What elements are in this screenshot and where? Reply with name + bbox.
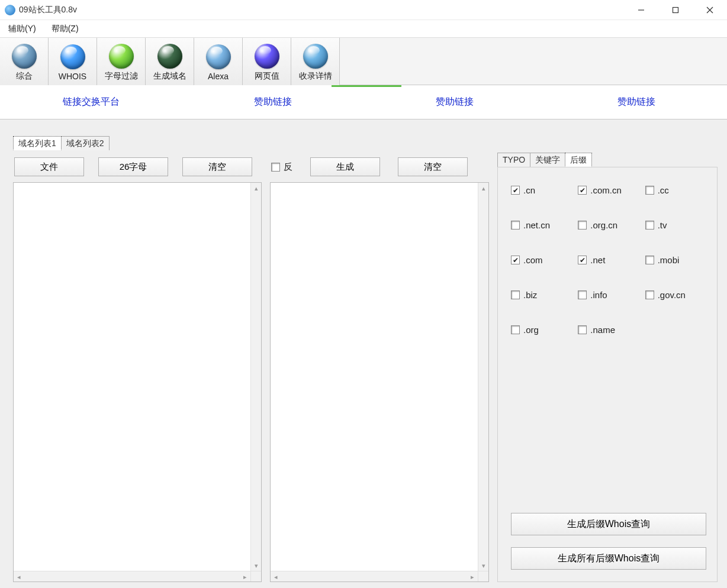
reverse-checkbox[interactable]: 反 bbox=[271, 161, 292, 173]
suffix-label: .org.cn bbox=[590, 220, 617, 230]
generate-button[interactable]: 生成 bbox=[310, 157, 380, 176]
suffix-govcn[interactable]: .gov.cn bbox=[645, 290, 706, 300]
suffix-mobi[interactable]: .mobi bbox=[645, 255, 706, 265]
suffix-label: .org bbox=[523, 325, 539, 335]
filter-icon bbox=[109, 44, 134, 69]
right-tabstrip: TYPO 关键字 后缀 bbox=[497, 153, 718, 167]
scroll-right-icon[interactable]: ▸ bbox=[467, 571, 478, 582]
scrollbar-vertical[interactable]: ▴ ▾ bbox=[478, 183, 488, 571]
minimize-button[interactable] bbox=[624, 0, 658, 20]
tab-typo[interactable]: TYPO bbox=[497, 153, 530, 167]
scrollbar-horizontal[interactable]: ◂ ▸ bbox=[271, 571, 478, 581]
middle-column: 反 生成 清空 ▴ ▾ ◂ ▸ bbox=[270, 136, 489, 582]
tool-gen-domain[interactable]: 生成域名 bbox=[146, 38, 194, 85]
checkbox-icon bbox=[511, 221, 520, 230]
menubar: 辅助(Y) 帮助(Z) bbox=[0, 20, 727, 38]
suffix-cn[interactable]: ✔.cn bbox=[511, 185, 572, 195]
tool-pagevalue[interactable]: 网页值 bbox=[243, 38, 291, 85]
scrollbar-horizontal[interactable]: ◂ ▸ bbox=[14, 571, 250, 581]
toolbar: 综合 WHOIS 字母过滤 生成域名 Alexa 网页值 收录详情 bbox=[0, 38, 727, 85]
tool-whois[interactable]: WHOIS bbox=[49, 38, 97, 85]
linkbar: 链接交换平台 赞助链接 赞助链接 赞助链接 bbox=[0, 85, 727, 119]
checkbox-icon bbox=[578, 290, 587, 299]
domain-list-left[interactable]: ▴ ▾ ◂ ▸ bbox=[13, 182, 262, 582]
clear-mid-button[interactable]: 清空 bbox=[398, 157, 468, 176]
suffix-label: .net bbox=[590, 255, 605, 265]
scroll-corner bbox=[478, 571, 488, 581]
file-button[interactable]: 文件 bbox=[14, 157, 84, 176]
tab-keyword[interactable]: 关键字 bbox=[530, 153, 565, 167]
scroll-left-icon[interactable]: ◂ bbox=[14, 571, 24, 582]
suffix-label: .com bbox=[523, 255, 543, 265]
tab-domain-list-2[interactable]: 域名列表2 bbox=[61, 136, 110, 150]
link-sponsor-1[interactable]: 赞助链接 bbox=[254, 96, 292, 108]
menu-assist[interactable]: 辅助(Y) bbox=[6, 21, 38, 37]
checkbox-icon bbox=[578, 221, 587, 230]
suffix-label: .net.cn bbox=[523, 220, 550, 230]
app-icon bbox=[5, 5, 15, 15]
reverse-label: 反 bbox=[284, 161, 292, 173]
suffix-panel: ✔.cn ✔.com.cn .cc .net.cn .org.cn .tv ✔.… bbox=[497, 167, 718, 582]
suffix-tv[interactable]: .tv bbox=[645, 220, 706, 230]
suffix-cc[interactable]: .cc bbox=[645, 185, 706, 195]
link-sponsor-3[interactable]: 赞助链接 bbox=[617, 96, 655, 108]
whois-icon bbox=[60, 44, 85, 69]
globe-icon bbox=[12, 44, 37, 69]
suffix-info[interactable]: .info bbox=[578, 290, 639, 300]
tool-alpha-filter[interactable]: 字母过滤 bbox=[97, 38, 146, 85]
content-area: 域名列表1 域名列表2 文件 26字母 清空 ▴ ▾ ◂ ▸ 反 bbox=[0, 119, 727, 588]
suffix-label: .gov.cn bbox=[658, 290, 686, 300]
scroll-down-icon[interactable]: ▾ bbox=[478, 560, 489, 571]
tool-label: 字母过滤 bbox=[105, 71, 138, 82]
maximize-button[interactable] bbox=[658, 0, 693, 20]
left-tabstrip: 域名列表1 域名列表2 bbox=[13, 136, 262, 150]
suffix-com[interactable]: ✔.com bbox=[511, 255, 572, 265]
suffix-label: .cn bbox=[523, 185, 535, 195]
accent-line bbox=[332, 85, 401, 87]
window-title: 09站长工具0.8v bbox=[19, 5, 77, 15]
scroll-down-icon[interactable]: ▾ bbox=[251, 560, 262, 571]
suffix-label: .info bbox=[590, 290, 607, 300]
scrollbar-vertical[interactable]: ▴ ▾ bbox=[250, 183, 261, 571]
gen-domain-icon bbox=[157, 44, 182, 69]
checkbox-icon bbox=[645, 256, 654, 264]
menu-help[interactable]: 帮助(Z) bbox=[49, 21, 81, 37]
suffix-label: .cc bbox=[658, 185, 669, 195]
tool-label: 综合 bbox=[16, 71, 33, 82]
scroll-up-icon[interactable]: ▴ bbox=[478, 183, 489, 193]
suffix-org[interactable]: .org bbox=[511, 325, 572, 335]
suffix-biz[interactable]: .biz bbox=[511, 290, 572, 300]
scroll-left-icon[interactable]: ◂ bbox=[271, 571, 281, 582]
alpha-button[interactable]: 26字母 bbox=[98, 157, 168, 176]
tool-label: WHOIS bbox=[59, 72, 86, 81]
scroll-up-icon[interactable]: ▴ bbox=[251, 183, 262, 193]
checkbox-icon bbox=[645, 221, 654, 230]
close-button[interactable] bbox=[693, 0, 727, 20]
tool-label: 生成域名 bbox=[153, 71, 186, 82]
tab-domain-list-1[interactable]: 域名列表1 bbox=[13, 136, 62, 150]
link-exchange[interactable]: 链接交换平台 bbox=[63, 96, 120, 108]
suffix-orgcn[interactable]: .org.cn bbox=[578, 220, 639, 230]
tool-index-detail[interactable]: 收录详情 bbox=[291, 38, 340, 85]
tool-label: Alexa bbox=[208, 72, 229, 81]
suffix-label: .tv bbox=[658, 220, 667, 230]
suffix-comcn[interactable]: ✔.com.cn bbox=[578, 185, 639, 195]
suffix-netcn[interactable]: .net.cn bbox=[511, 220, 572, 230]
link-sponsor-2[interactable]: 赞助链接 bbox=[436, 96, 474, 108]
checkbox-icon: ✔ bbox=[511, 256, 520, 264]
clear-left-button[interactable]: 清空 bbox=[182, 157, 252, 176]
tool-alexa[interactable]: Alexa bbox=[194, 38, 243, 85]
generate-suffix-whois-button[interactable]: 生成后缀Whois查询 bbox=[511, 513, 706, 535]
tool-overview[interactable]: 综合 bbox=[0, 38, 49, 85]
checkbox-icon bbox=[511, 290, 520, 299]
generate-all-suffix-whois-button[interactable]: 生成所有后缀Whois查询 bbox=[511, 547, 706, 570]
domain-list-mid[interactable]: ▴ ▾ ◂ ▸ bbox=[270, 182, 489, 582]
suffix-label: .com.cn bbox=[590, 185, 622, 195]
tab-suffix[interactable]: 后缀 bbox=[565, 153, 592, 167]
suffix-name[interactable]: .name bbox=[578, 325, 639, 335]
checkbox-icon bbox=[511, 325, 520, 334]
left-column: 域名列表1 域名列表2 文件 26字母 清空 ▴ ▾ ◂ ▸ bbox=[13, 136, 262, 582]
suffix-net[interactable]: ✔.net bbox=[578, 255, 639, 265]
tool-label: 收录详情 bbox=[299, 71, 332, 82]
scroll-right-icon[interactable]: ▸ bbox=[240, 571, 250, 582]
